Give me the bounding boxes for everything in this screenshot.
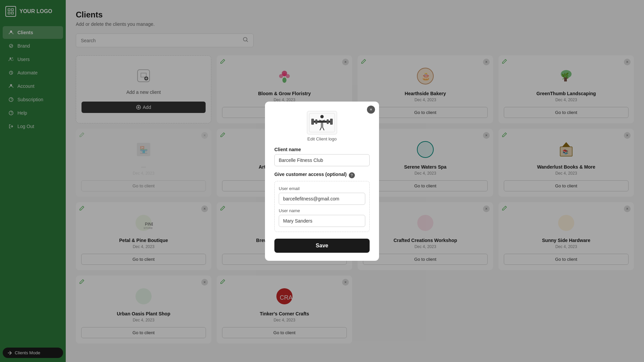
modal-logo-image[interactable] bbox=[307, 111, 337, 134]
modal-logo-label: Edit Client logo bbox=[307, 136, 336, 141]
customer-access-section: User email User name bbox=[274, 181, 370, 232]
access-label: Give customer access (optional) bbox=[274, 172, 347, 177]
modal-logo-area: Edit Client logo bbox=[274, 111, 370, 141]
close-icon: × bbox=[370, 107, 372, 112]
help-tooltip-icon[interactable]: ? bbox=[349, 172, 355, 178]
svg-rect-54 bbox=[315, 119, 317, 124]
svg-rect-53 bbox=[311, 119, 314, 125]
access-label-row: Give customer access (optional) ? bbox=[274, 172, 370, 179]
modal-overlay[interactable]: × Edit Cli bbox=[0, 0, 644, 362]
user-name-label: User name bbox=[279, 208, 365, 213]
client-name-input[interactable] bbox=[274, 154, 370, 166]
svg-point-57 bbox=[320, 115, 324, 118]
client-name-field-label: Client name bbox=[274, 147, 370, 152]
modal-close-button[interactable]: × bbox=[367, 106, 375, 114]
user-email-input[interactable] bbox=[279, 193, 365, 205]
user-name-input[interactable] bbox=[279, 215, 365, 227]
save-button[interactable]: Save bbox=[274, 239, 370, 253]
user-email-label: User email bbox=[279, 186, 365, 191]
svg-rect-55 bbox=[330, 119, 333, 125]
svg-rect-56 bbox=[327, 119, 329, 124]
edit-client-modal: × Edit Cli bbox=[265, 102, 379, 261]
